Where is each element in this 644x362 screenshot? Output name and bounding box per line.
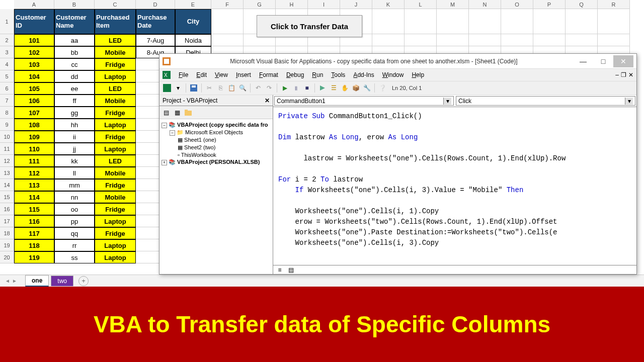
data-cell[interactable]: ff (54, 95, 95, 107)
menu-edit[interactable]: Edit (192, 70, 211, 79)
sheet-nav-next-icon[interactable]: ► (12, 278, 18, 284)
data-cell[interactable]: ss (54, 251, 95, 263)
data-cell[interactable]: 109 (14, 131, 54, 143)
row-header[interactable]: 3 (0, 46, 14, 58)
data-cell[interactable]: Fridge (95, 203, 136, 215)
empty-cell[interactable] (469, 9, 501, 34)
row-header[interactable]: 7 (0, 95, 14, 107)
data-cell[interactable]: LED (95, 82, 136, 95)
tree-item-sheet2[interactable]: ▦ Sheet2 (two) (162, 144, 271, 151)
data-cell[interactable]: jj (54, 143, 95, 155)
data-cell[interactable]: ll (54, 167, 95, 179)
table-header-cell[interactable]: Customer ID (14, 9, 54, 34)
row-header[interactable]: 10 (0, 131, 14, 143)
data-cell[interactable]: gg (54, 107, 95, 119)
data-cell[interactable]: bb (54, 46, 95, 58)
row-header[interactable]: 17 (0, 215, 14, 227)
project-explorer-icon[interactable]: ☰ (329, 83, 338, 93)
toggle-folders-icon[interactable] (184, 108, 193, 117)
excel-icon[interactable]: X (163, 71, 171, 79)
tree-expander-icon[interactable]: − (162, 123, 167, 128)
data-cell[interactable]: 114 (14, 191, 54, 203)
column-header[interactable]: R (598, 0, 630, 9)
pause-icon[interactable]: ॥ (291, 83, 300, 93)
row-header[interactable]: 2 (0, 34, 14, 46)
data-cell[interactable]: Mobile (95, 95, 136, 107)
find-icon[interactable]: 🔍 (238, 83, 247, 93)
data-cell[interactable]: 104 (14, 70, 54, 82)
tree-expander-icon[interactable]: + (162, 160, 167, 165)
data-cell[interactable]: 113 (14, 179, 54, 191)
column-header[interactable]: M (437, 0, 469, 9)
data-cell[interactable]: Fridge (95, 227, 136, 239)
maximize-button[interactable]: □ (593, 55, 613, 67)
mdi-minimize-icon[interactable]: – (615, 71, 619, 78)
empty-cell[interactable] (372, 9, 405, 34)
menu-debug[interactable]: Debug (282, 70, 308, 79)
redo-icon[interactable]: ↷ (265, 83, 274, 93)
menu-help[interactable]: Help (408, 70, 428, 79)
column-header[interactable]: A (14, 0, 54, 9)
help-icon[interactable]: ❔ (378, 83, 387, 93)
table-header-cell[interactable]: Customer Name (54, 9, 95, 34)
view-object-icon[interactable]: ▦ (173, 108, 182, 117)
design-mode-icon[interactable] (318, 83, 327, 93)
full-module-view-icon[interactable]: ▤ (286, 265, 295, 275)
empty-cell[interactable] (533, 34, 566, 46)
table-header-cell[interactable]: Purchase Date (136, 9, 175, 34)
data-cell[interactable]: oo (54, 203, 95, 215)
mdi-restore-icon[interactable]: ❐ (621, 71, 626, 78)
data-cell[interactable]: 106 (14, 95, 54, 107)
data-cell[interactable]: hh (54, 119, 95, 131)
row-header[interactable]: 13 (0, 167, 14, 179)
column-header[interactable]: C (95, 0, 136, 9)
properties-icon[interactable]: ✋ (340, 83, 349, 93)
save-icon[interactable] (189, 83, 198, 93)
menu-format[interactable]: Format (255, 70, 282, 79)
column-header[interactable]: H (276, 0, 308, 9)
menu-view[interactable]: View (211, 70, 232, 79)
close-button[interactable]: ✕ (613, 55, 633, 67)
data-cell[interactable]: ii (54, 131, 95, 143)
data-cell[interactable]: 103 (14, 58, 54, 70)
data-cell[interactable]: Laptop (95, 215, 136, 227)
data-cell[interactable]: nn (54, 191, 95, 203)
row-header[interactable]: 11 (0, 143, 14, 155)
transfer-data-button[interactable]: Click to Transfer Data (257, 15, 362, 37)
column-header[interactable]: E (175, 0, 211, 9)
data-cell[interactable]: aa (54, 34, 95, 46)
mdi-close-icon[interactable]: ✕ (628, 71, 633, 78)
minimize-button[interactable]: — (573, 55, 593, 67)
row-header[interactable]: 20 (0, 251, 14, 263)
empty-cell[interactable] (566, 9, 598, 34)
empty-cell[interactable] (437, 34, 469, 46)
table-header-cell[interactable]: Purchased Item (95, 9, 136, 34)
empty-cell[interactable] (566, 34, 598, 46)
empty-cell[interactable] (372, 34, 405, 46)
empty-cell[interactable] (211, 9, 244, 34)
data-cell[interactable]: Fridge (95, 58, 136, 70)
sheet-tab-two[interactable]: two (51, 276, 73, 286)
data-cell[interactable]: Fridge (95, 179, 136, 191)
procedure-dropdown[interactable]: Click▾ (456, 96, 635, 106)
data-cell[interactable]: Fridge (95, 131, 136, 143)
data-cell[interactable]: 101 (14, 34, 54, 46)
data-cell[interactable]: 117 (14, 227, 54, 239)
data-cell[interactable]: 119 (14, 251, 54, 263)
data-cell[interactable]: Noida (175, 34, 211, 46)
empty-cell[interactable] (437, 9, 469, 34)
row-header[interactable]: 16 (0, 203, 14, 215)
column-header[interactable]: F (211, 0, 244, 9)
tree-expander-icon[interactable]: − (170, 130, 175, 136)
menu-tools[interactable]: Tools (327, 70, 349, 79)
data-cell[interactable]: 115 (14, 203, 54, 215)
column-header[interactable]: P (533, 0, 566, 9)
empty-cell[interactable] (501, 34, 533, 46)
row-header[interactable]: 15 (0, 191, 14, 203)
data-cell[interactable]: cc (54, 58, 95, 70)
data-cell[interactable]: pp (54, 215, 95, 227)
data-cell[interactable]: 111 (14, 155, 54, 167)
data-cell[interactable]: Laptop (95, 239, 136, 251)
data-cell[interactable]: 118 (14, 239, 54, 251)
insert-module-icon[interactable]: ▾ (174, 83, 183, 93)
